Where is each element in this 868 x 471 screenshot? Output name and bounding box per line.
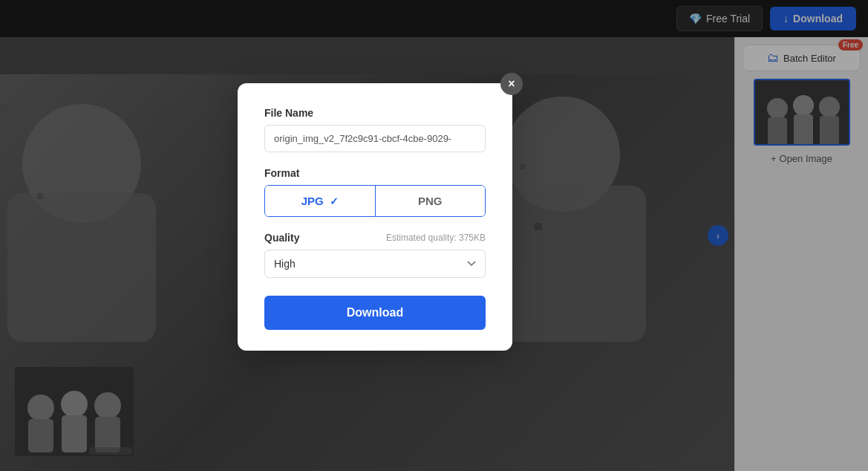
quality-section: Quality Estimated quality: 375KB High Lo… [264,232,486,278]
format-buttons: JPG ✓ PNG [264,185,486,217]
jpg-format-button[interactable]: JPG ✓ [265,186,375,216]
modal-download-button[interactable]: Download [264,296,486,330]
quality-header: Quality Estimated quality: 375KB [264,232,486,244]
modal-overlay: × File Name Format JPG ✓ PNG Quality Est… [0,0,868,471]
png-label: PNG [418,195,443,207]
format-section: Format JPG ✓ PNG [264,167,486,217]
modal-download-label: Download [347,306,403,319]
jpg-label: JPG [301,195,324,207]
png-format-button[interactable]: PNG [376,186,486,216]
file-name-input[interactable] [264,125,486,152]
modal-close-button[interactable]: × [500,73,523,95]
download-modal: × File Name Format JPG ✓ PNG Quality Est… [238,83,512,351]
quality-label: Quality [264,232,299,244]
format-label: Format [264,167,486,179]
quality-select[interactable]: High Low Medium Very High [264,250,486,278]
quality-estimate: Estimated quality: 375KB [386,233,486,243]
check-icon: ✓ [330,195,339,207]
file-name-label: File Name [264,107,486,119]
